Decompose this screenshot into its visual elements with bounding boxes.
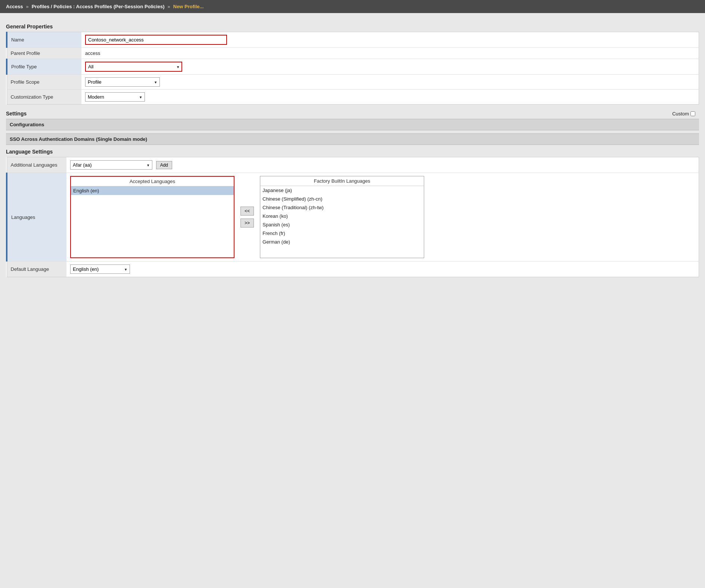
factory-builtin-header: Factory BuiltIn Languages: [260, 176, 424, 186]
languages-label: Languages: [7, 173, 66, 261]
name-value-cell: [81, 32, 699, 48]
language-settings-table: Additional Languages Afar (aa) Abkhazian…: [6, 157, 699, 277]
language-dropdown[interactable]: Afar (aa) Abkhazian (ab) Afrikaans (af) …: [70, 160, 152, 170]
profile-scope-select[interactable]: Profile Named: [85, 77, 160, 87]
profile-type-select-wrapper: All Named SSO: [85, 62, 182, 72]
settings-heading: Settings: [6, 111, 27, 117]
customization-type-select[interactable]: Modern Classic: [85, 92, 145, 102]
list-item[interactable]: German (de): [260, 238, 424, 246]
profile-type-label: Profile Type: [7, 59, 81, 75]
chevron-icon-1: »: [26, 4, 29, 9]
default-language-row: Default Language English (en): [7, 261, 699, 277]
name-label: Name: [7, 32, 81, 48]
configurations-section: Configurations: [6, 119, 699, 130]
customization-type-row: Customization Type Modern Classic: [7, 90, 699, 105]
transfer-right-button[interactable]: >>: [240, 219, 254, 228]
breadcrumb-access: Access: [6, 4, 23, 9]
list-item[interactable]: Spanish (es): [260, 220, 424, 229]
profile-type-value-cell: All Named SSO: [81, 59, 699, 75]
list-item[interactable]: Korean (ko): [260, 212, 424, 220]
profile-scope-select-wrapper: Profile Named: [85, 77, 160, 87]
customization-type-label: Customization Type: [7, 90, 81, 105]
general-properties-heading: General Properties: [6, 24, 699, 30]
default-language-label: Default Language: [7, 261, 66, 277]
page-content: General Properties Name Parent Profile a…: [0, 13, 705, 282]
breadcrumb-bar: Access » Profiles / Policies : Access Pr…: [0, 0, 705, 13]
profile-type-select[interactable]: All Named SSO: [85, 62, 182, 72]
accepted-languages-header: Accepted Languages: [71, 177, 234, 186]
profile-scope-row: Profile Scope Profile Named: [7, 75, 699, 90]
additional-languages-controls: Afar (aa) Abkhazian (ab) Afrikaans (af) …: [66, 157, 699, 173]
additional-languages-label: Additional Languages: [7, 157, 66, 173]
breadcrumb-profiles: Profiles / Policies : Access Profiles (P…: [32, 4, 165, 9]
custom-label: Custom: [672, 111, 689, 117]
list-item[interactable]: Chinese (Traditional) (zh-tw): [260, 203, 424, 212]
factory-builtin-box: Factory BuiltIn Languages Japanese (ja) …: [260, 176, 424, 258]
add-language-button[interactable]: Add: [156, 161, 172, 169]
lang-lists-container: Accepted Languages English (en) << >> Fa…: [70, 176, 695, 258]
profile-scope-value-cell: Profile Named: [81, 75, 699, 90]
default-language-select[interactable]: English (en): [70, 264, 130, 274]
default-language-select-wrapper: English (en): [70, 264, 130, 274]
sso-heading: SSO Across Authentication Domains (Singl…: [10, 136, 147, 142]
sso-section: SSO Across Authentication Domains (Singl…: [6, 133, 699, 145]
profile-type-row: Profile Type All Named SSO: [7, 59, 699, 75]
list-item[interactable]: Chinese (Simplified) (zh-cn): [260, 195, 424, 203]
custom-checkbox-area: Custom: [672, 111, 699, 117]
list-item[interactable]: English (en): [71, 186, 234, 195]
languages-lists-cell: Accepted Languages English (en) << >> Fa…: [66, 173, 699, 261]
name-row: Name: [7, 32, 699, 48]
transfer-buttons: << >>: [238, 207, 256, 228]
default-language-value-cell: English (en): [66, 261, 699, 277]
general-properties-table: Name Parent Profile access Profile Type …: [6, 32, 699, 105]
settings-section: Settings Custom: [6, 108, 699, 119]
transfer-left-button[interactable]: <<: [240, 207, 254, 216]
factory-builtin-list[interactable]: Japanese (ja) Chinese (Simplified) (zh-c…: [260, 186, 424, 257]
configurations-heading: Configurations: [10, 122, 44, 127]
language-dropdown-wrapper: Afar (aa) Abkhazian (ab) Afrikaans (af) …: [70, 160, 152, 170]
chevron-icon-2: »: [168, 4, 170, 9]
name-input[interactable]: [85, 35, 227, 45]
customization-type-value-cell: Modern Classic: [81, 90, 699, 105]
language-settings-heading: Language Settings: [6, 149, 699, 155]
parent-profile-value: access: [81, 48, 699, 59]
customization-type-select-wrapper: Modern Classic: [85, 92, 145, 102]
accepted-languages-list[interactable]: English (en): [71, 186, 234, 257]
languages-row: Languages Accepted Languages English (en…: [7, 173, 699, 261]
breadcrumb-new-profile: New Profile...: [173, 4, 204, 9]
accepted-languages-box: Accepted Languages English (en): [70, 176, 235, 258]
parent-profile-label: Parent Profile: [7, 48, 81, 59]
list-item[interactable]: French (fr): [260, 229, 424, 238]
profile-scope-label: Profile Scope: [7, 75, 81, 90]
additional-languages-row: Additional Languages Afar (aa) Abkhazian…: [7, 157, 699, 173]
parent-profile-row: Parent Profile access: [7, 48, 699, 59]
custom-checkbox[interactable]: [690, 111, 695, 116]
list-item[interactable]: Japanese (ja): [260, 186, 424, 195]
